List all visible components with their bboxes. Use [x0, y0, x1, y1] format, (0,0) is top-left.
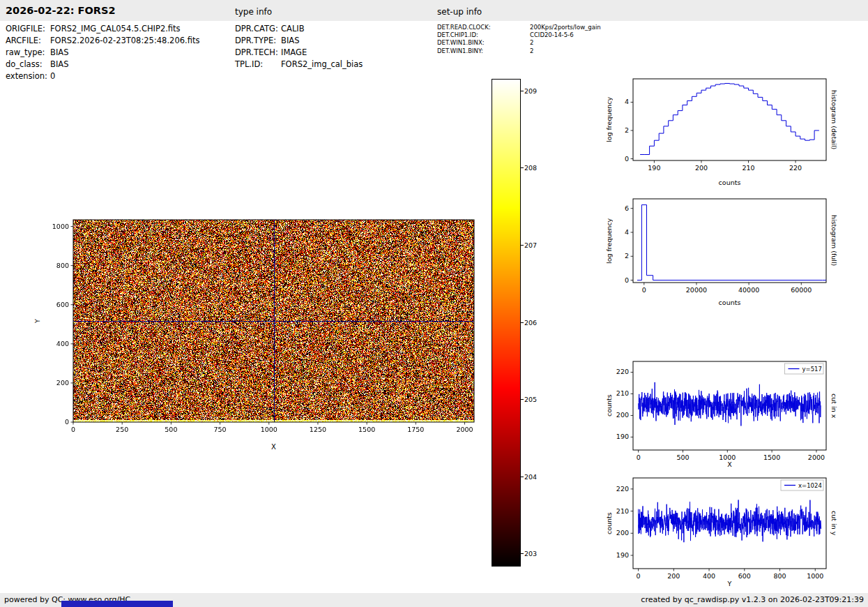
- info-row-arcfile: ARCFILE: FORS2.2026-02-23T08:25:48.206.f…: [6, 35, 199, 47]
- svg-text:190: 190: [648, 164, 660, 172]
- info-row-binx: DET.WIN1.BINX: 2: [437, 39, 601, 47]
- svg-text:200: 200: [56, 379, 69, 387]
- footer-created-by: created by qc_rawdisp.py v1.2.3 on 2026-…: [641, 595, 864, 604]
- svg-text:60000: 60000: [791, 286, 812, 294]
- colorbar-tick-label: 208: [524, 164, 537, 172]
- info-label: DET.WIN1.BINX:: [437, 39, 530, 47]
- info-label: DPR.CATG:: [235, 23, 281, 35]
- svg-text:250: 250: [116, 426, 128, 433]
- main-image-axes: 0250500750100012501500175020000200400600…: [47, 214, 485, 437]
- header-bar: 2026-02-22: FORS2 type info set-up info: [0, 0, 868, 21]
- main-x-axis-label: X: [73, 443, 474, 451]
- footer-blue-strip: [61, 601, 173, 607]
- svg-text:1250: 1250: [310, 426, 326, 433]
- colorbar-tick-mark: [521, 91, 524, 91]
- setup-info-block: DET.READ.CLOCK: 200Kps/2ports/low_gain D…: [437, 24, 601, 55]
- cut-in-y-plot: 02004006008001000190200210220x=1024: [607, 472, 837, 584]
- main-y-axis-label: Y: [32, 220, 42, 422]
- svg-text:1500: 1500: [358, 426, 375, 433]
- colorbar-tick-label: 204: [524, 472, 537, 480]
- svg-text:190: 190: [616, 433, 629, 440]
- svg-text:600: 600: [738, 572, 751, 580]
- svg-text:2000: 2000: [456, 426, 473, 433]
- svg-text:2: 2: [625, 126, 629, 134]
- colorbar-tick-mark: [521, 399, 524, 400]
- colorbar-tick-label: 206: [524, 318, 537, 326]
- colorbar-tick-mark: [521, 477, 524, 477]
- cut-in-x-plot: 0500100015002000190200210220y=517: [607, 356, 837, 465]
- svg-text:200: 200: [616, 529, 629, 537]
- svg-text:0: 0: [625, 155, 629, 163]
- svg-text:1000: 1000: [719, 454, 736, 461]
- info-label: do_class:: [6, 59, 50, 70]
- svg-text:x=1024: x=1024: [798, 482, 822, 489]
- svg-text:600: 600: [56, 301, 69, 308]
- info-value: BIAS: [281, 35, 299, 47]
- svg-text:6: 6: [625, 204, 629, 212]
- info-value: IMAGE: [281, 47, 307, 59]
- info-row-chip-id: DET.CHIP1.ID: CCID20-14-5-6: [437, 31, 601, 39]
- svg-text:220: 220: [789, 164, 802, 172]
- svg-text:0: 0: [71, 426, 75, 433]
- info-row-dpr-type: DPR.TYPE: BIAS: [235, 35, 363, 47]
- info-row-do-class: do_class: BIAS: [6, 59, 199, 70]
- svg-text:220: 220: [616, 485, 629, 493]
- svg-text:500: 500: [165, 426, 177, 433]
- info-label: TPL.ID:: [235, 59, 281, 70]
- colorbar: [492, 79, 521, 567]
- info-label: ARCFILE:: [6, 35, 50, 47]
- svg-text:210: 210: [742, 164, 754, 172]
- type-info-block: DPR.CATG: CALIB DPR.TYPE: BIAS DPR.TECH:…: [235, 23, 363, 70]
- svg-text:40000: 40000: [738, 286, 759, 294]
- info-value: BIAS: [50, 47, 68, 59]
- setup-info-section-label: set-up info: [437, 7, 482, 17]
- info-value: 2: [530, 47, 533, 55]
- colorbar-tick-label: 205: [524, 396, 537, 403]
- svg-text:800: 800: [773, 572, 786, 580]
- info-row-dpr-catg: DPR.CATG: CALIB: [235, 23, 363, 35]
- svg-text:1000: 1000: [261, 426, 277, 433]
- info-label: DPR.TYPE:: [235, 35, 281, 47]
- svg-text:210: 210: [616, 389, 629, 397]
- svg-text:1500: 1500: [763, 454, 780, 461]
- info-value: FORS2_img_cal_bias: [281, 59, 363, 70]
- colorbar-tick-label: 203: [524, 550, 537, 557]
- svg-text:0: 0: [65, 418, 69, 426]
- svg-text:1000: 1000: [52, 223, 69, 230]
- svg-text:220: 220: [616, 368, 629, 375]
- info-label: DET.READ.CLOCK:: [437, 24, 530, 31]
- svg-text:800: 800: [56, 262, 69, 269]
- svg-text:0: 0: [637, 454, 641, 461]
- hist-detail-x-axis-label: counts: [633, 179, 826, 186]
- svg-text:4: 4: [625, 98, 629, 105]
- info-value: 0: [50, 70, 55, 82]
- info-value: CALIB: [281, 23, 305, 35]
- colorbar-tick-mark: [521, 245, 524, 246]
- info-row-biny: DET.WIN1.BINY: 2: [437, 47, 601, 55]
- colorbar-tick-mark: [521, 553, 524, 554]
- svg-text:0: 0: [625, 276, 629, 284]
- crosshair-horizontal-line: [73, 321, 474, 322]
- info-row-read-clock: DET.READ.CLOCK: 200Kps/2ports/low_gain: [437, 24, 601, 31]
- type-info-section-label: type info: [235, 7, 272, 17]
- svg-text:400: 400: [56, 340, 69, 347]
- info-row-tpl-id: TPL.ID: FORS2_img_cal_bias: [235, 59, 363, 70]
- colorbar-tick-mark: [521, 167, 524, 168]
- colorbar-tick-label: 209: [524, 87, 537, 94]
- svg-text:750: 750: [214, 426, 227, 433]
- info-label: ORIGFILE:: [6, 23, 50, 35]
- info-row-origfile: ORIGFILE: FORS2_IMG_CAL054.5.CHIP2.fits: [6, 23, 199, 35]
- qc-report-page: 2026-02-22: FORS2 type info set-up info …: [0, 0, 868, 607]
- info-label: raw_type:: [6, 47, 50, 59]
- svg-text:500: 500: [676, 454, 689, 461]
- info-row-raw-type: raw_type: BIAS: [6, 47, 199, 59]
- info-label: DET.CHIP1.ID:: [437, 31, 530, 39]
- info-value: BIAS: [50, 59, 68, 70]
- info-row-dpr-tech: DPR.TECH: IMAGE: [235, 47, 363, 59]
- svg-text:1000: 1000: [807, 572, 823, 580]
- svg-text:200: 200: [695, 164, 708, 172]
- info-label: extension:: [6, 70, 50, 82]
- svg-text:190: 190: [616, 551, 629, 559]
- svg-text:0: 0: [642, 286, 646, 294]
- histogram-detail-plot: 190200210220024: [607, 73, 837, 176]
